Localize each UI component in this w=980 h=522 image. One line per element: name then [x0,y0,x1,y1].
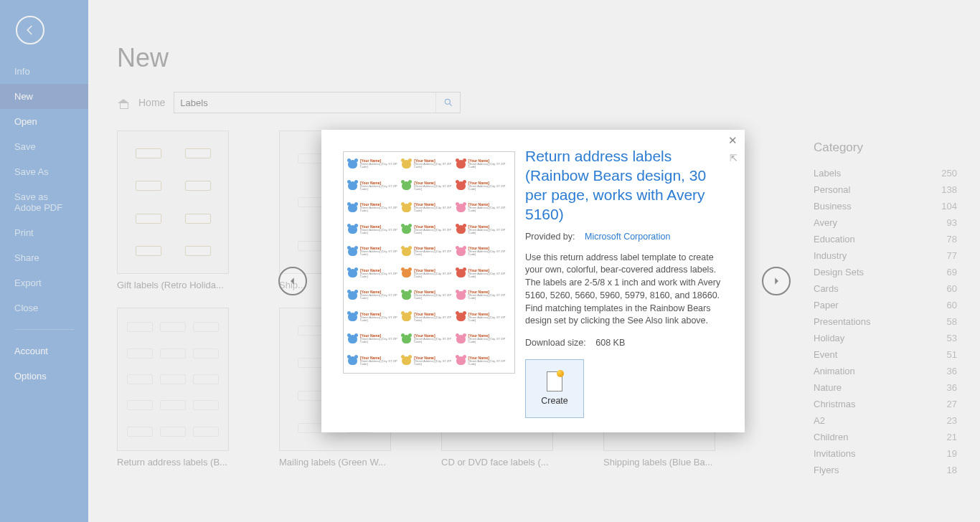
create-button[interactable]: Create [525,359,584,418]
next-template-button[interactable] [762,267,791,295]
pin-icon[interactable]: ⇱ [730,153,738,163]
template-description: Use this return address label template t… [525,252,723,328]
prev-template-button[interactable] [278,267,307,295]
modal-close-button[interactable]: ✕ [728,134,738,147]
download-size-label: Download size: [525,338,586,348]
download-size-value: 608 KB [595,338,625,348]
create-button-label: Create [541,396,568,406]
template-preview-image: [Your Name][Street Address] [City, ST ZI… [343,151,515,374]
provided-by-label: Provided by: [525,232,575,242]
chevron-right-icon [771,276,781,286]
download-size: Download size: 608 KB [525,338,723,348]
new-document-icon [547,371,562,392]
provided-by: Provided by: Microsoft Corporation [525,232,723,242]
template-preview-modal: ✕ ⇱ [Your Name][Street Address] [City, S… [321,130,745,432]
chevron-left-icon [288,276,298,286]
provider-link[interactable]: Microsoft Corporation [585,232,671,242]
modal-title: Return address labels (Rainbow Bears des… [525,147,723,224]
